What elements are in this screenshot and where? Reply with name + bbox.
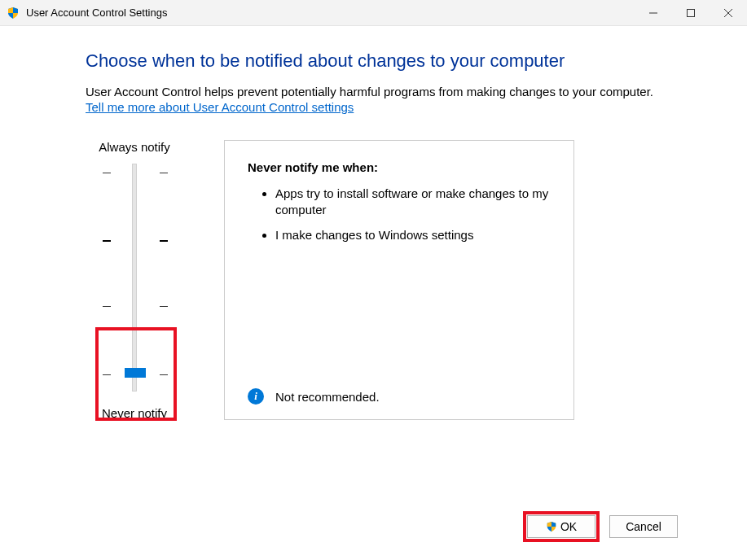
shield-icon: [7, 7, 20, 20]
ok-button[interactable]: OK: [527, 515, 595, 538]
slider-label-top: Always notify: [99, 140, 170, 154]
maximize-button[interactable]: [672, 0, 710, 26]
svg-rect-1: [688, 9, 695, 16]
ok-button-label: OK: [560, 520, 577, 533]
notification-slider[interactable]: Always notify Never notify: [86, 140, 183, 420]
minimize-button[interactable]: [635, 0, 672, 26]
page-subtext: User Account Control helps prevent poten…: [86, 85, 698, 98]
panel-item: I make changes to Windows settings: [275, 227, 551, 243]
slider-track[interactable]: [132, 164, 137, 392]
learn-more-link[interactable]: Tell me more about User Account Control …: [86, 100, 354, 114]
panel-item: Apps try to install software or make cha…: [275, 186, 551, 219]
titlebar: User Account Control Settings: [0, 0, 747, 26]
annotation-highlight-ok: OK: [523, 511, 600, 542]
close-button[interactable]: [710, 0, 747, 26]
info-panel: Never notify me when: Apps try to instal…: [224, 140, 574, 420]
panel-footer-text: Not recommended.: [275, 390, 380, 404]
panel-title: Never notify me when:: [248, 160, 551, 174]
page-heading: Choose when to be notified about changes…: [86, 50, 698, 72]
cancel-button-label: Cancel: [626, 520, 661, 533]
slider-thumb[interactable]: [125, 368, 146, 378]
info-icon: i: [248, 388, 264, 405]
shield-icon: [546, 521, 557, 532]
cancel-button[interactable]: Cancel: [609, 515, 678, 538]
window-title: User Account Control Settings: [26, 7, 167, 19]
slider-label-bottom: Never notify: [102, 406, 167, 420]
